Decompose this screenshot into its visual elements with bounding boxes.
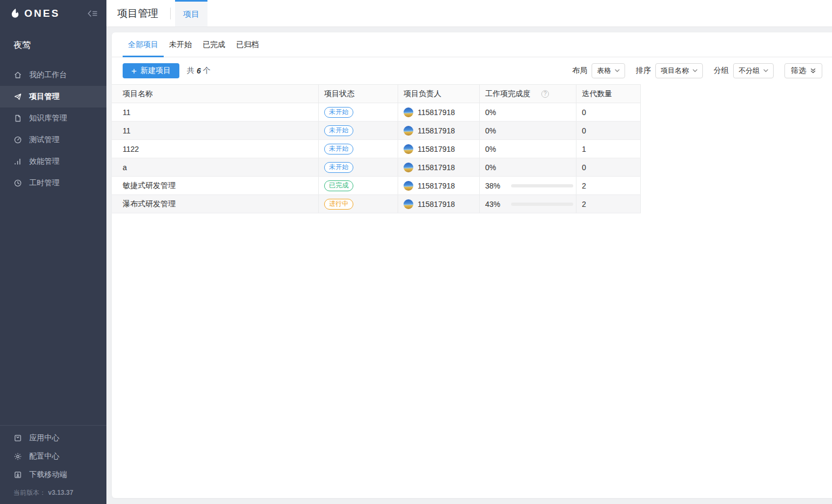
column-header-owner: 项目负责人 (398, 85, 480, 103)
sidebar-item-label: 效能管理 (29, 157, 59, 166)
project-name-cell[interactable]: a (112, 158, 319, 176)
project-progress-cell: 0% (480, 103, 576, 121)
home-icon (14, 71, 22, 79)
owner-name: 115817918 (418, 182, 455, 190)
sidebar-item-config-center[interactable]: 配置中心 (0, 447, 106, 466)
avatar (404, 199, 413, 209)
sidebar-item-timesheet[interactable]: 工时管理 (0, 172, 106, 194)
sidebar-nav: 我的工作台 项目管理 知识库管理 测试管理 (0, 64, 106, 194)
project-owner-cell: 115817918 (398, 122, 480, 139)
project-status-cell: 已完成 (319, 177, 398, 194)
sidebar-item-download-mobile[interactable]: 下载移动端 (0, 466, 106, 484)
layout-control: 布局 表格 (572, 63, 625, 78)
project-name-cell[interactable]: 敏捷式研发管理 (112, 177, 319, 194)
filter-tab-done[interactable]: 已完成 (197, 32, 231, 57)
sidebar-item-label: 知识库管理 (29, 113, 67, 123)
main-area: 项目管理 项目 全部项目 未开始 已完成 已归档 + 新建项目 共 6 (106, 0, 832, 504)
column-header-progress-label: 工作项完成度 (485, 89, 531, 99)
table-row[interactable]: 11 未开始 115817918 0% 0 (112, 103, 641, 122)
sprint-count-cell: 0 (576, 122, 641, 139)
chevron-down-icon (693, 69, 697, 72)
table-row[interactable]: 11 未开始 115817918 0% 0 (112, 122, 641, 140)
project-name-cell[interactable]: 11 (112, 103, 319, 121)
sidebar-item-testing[interactable]: 测试管理 (0, 129, 106, 151)
count-suffix: 个 (203, 66, 211, 76)
sidebar-item-performance[interactable]: 效能管理 (0, 151, 106, 172)
project-owner-cell: 115817918 (398, 177, 480, 194)
project-owner-cell: 115817918 (398, 158, 480, 176)
owner-name: 115817918 (418, 200, 455, 209)
progress-percent: 43% (485, 200, 504, 209)
new-project-button[interactable]: + 新建项目 (123, 63, 179, 78)
column-header-progress: 工作项完成度 ? (480, 85, 576, 103)
sidebar-item-label: 项目管理 (29, 92, 59, 102)
project-progress-cell: 0% (480, 122, 576, 139)
status-badge: 未开始 (324, 144, 353, 154)
project-progress-cell: 43% (480, 195, 576, 213)
chevron-down-icon (763, 69, 768, 72)
project-status-cell: 未开始 (319, 122, 398, 139)
project-name-cell[interactable]: 1122 (112, 140, 319, 158)
avatar (404, 181, 413, 191)
double-chevron-down-icon (810, 68, 816, 73)
status-badge: 未开始 (324, 107, 353, 118)
version-info: 当前版本：v3.13.37 (0, 484, 106, 504)
sidebar-spacer (0, 194, 106, 425)
help-icon[interactable]: ? (541, 90, 549, 98)
sidebar-item-label: 我的工作台 (29, 70, 67, 80)
sidebar-item-projects[interactable]: 项目管理 (0, 86, 106, 107)
sprint-count-cell: 0 (576, 103, 641, 121)
new-project-label: 新建项目 (140, 66, 171, 76)
sidebar-item-label: 应用中心 (29, 433, 59, 443)
gear-icon (14, 452, 22, 461)
group-control: 分组 不分组 (714, 63, 774, 78)
project-progress-cell: 0% (480, 158, 576, 176)
project-name-cell[interactable]: 11 (112, 122, 319, 139)
sort-value: 项目名称 (661, 66, 689, 76)
sprint-count-cell: 0 (576, 158, 641, 176)
tab-project[interactable]: 项目 (175, 0, 207, 26)
page-title: 项目管理 (117, 6, 158, 21)
progress-percent: 0% (485, 145, 504, 153)
column-header-status: 项目状态 (319, 85, 398, 103)
table-row[interactable]: 1122 未开始 115817918 0% 1 (112, 140, 641, 158)
ones-logo[interactable]: ONES (10, 8, 60, 19)
project-status-cell: 未开始 (319, 140, 398, 158)
avatar (404, 163, 413, 172)
performance-icon (14, 157, 22, 166)
version-label: 当前版本： (14, 489, 46, 496)
top-header: 项目管理 项目 (106, 0, 832, 27)
sidebar-item-wiki[interactable]: 知识库管理 (0, 107, 106, 129)
column-header-sprints: 迭代数量 (576, 85, 641, 103)
owner-name: 115817918 (418, 145, 455, 153)
download-icon (14, 471, 22, 479)
filter-label: 筛选 (791, 66, 806, 76)
project-status-cell: 进行中 (319, 195, 398, 213)
avatar (404, 107, 413, 117)
status-badge: 未开始 (324, 162, 353, 173)
sidebar-logo-row: ONES (0, 0, 106, 27)
sidebar-item-workbench[interactable]: 我的工作台 (0, 64, 106, 86)
filter-tab-archived[interactable]: 已归档 (231, 32, 264, 57)
sidebar-item-label: 工时管理 (29, 178, 59, 188)
sort-select[interactable]: 项目名称 (655, 63, 703, 78)
project-status-cell: 未开始 (319, 103, 398, 121)
sidebar-item-app-center[interactable]: 应用中心 (0, 429, 106, 447)
owner-name: 115817918 (418, 108, 455, 117)
layout-select[interactable]: 表格 (592, 63, 625, 78)
project-owner-cell: 115817918 (398, 195, 480, 213)
filter-tabs: 全部项目 未开始 已完成 已归档 (112, 32, 832, 57)
table-row[interactable]: 瀑布式研发管理 进行中 115817918 43% 2 (112, 195, 641, 213)
plus-icon: + (131, 66, 137, 76)
project-name-cell[interactable]: 瀑布式研发管理 (112, 195, 319, 213)
filter-tab-all[interactable]: 全部项目 (123, 32, 164, 57)
table-row[interactable]: a 未开始 115817918 0% 0 (112, 158, 641, 177)
filter-button[interactable]: 筛选 (784, 63, 822, 78)
group-value: 不分组 (739, 66, 760, 76)
table-row[interactable]: 敏捷式研发管理 已完成 115817918 38% 2 (112, 177, 641, 195)
group-select[interactable]: 不分组 (733, 63, 774, 78)
time-icon (14, 179, 22, 187)
filter-tab-not-started[interactable]: 未开始 (164, 32, 197, 57)
ones-flame-icon (10, 8, 21, 19)
sidebar-collapse-icon[interactable] (87, 9, 98, 18)
